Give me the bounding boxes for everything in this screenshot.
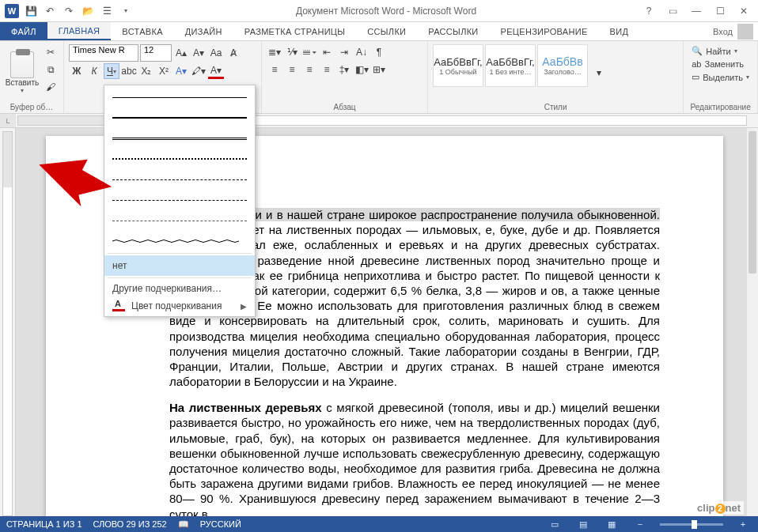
tab-mailings[interactable]: РАССЫЛКИ xyxy=(417,22,489,40)
chevron-right-icon: ▶ xyxy=(241,302,247,311)
numbering-icon[interactable]: ⅟▾ xyxy=(284,44,300,60)
underline-style-dot-dot-dash[interactable] xyxy=(104,210,255,231)
format-painter-icon[interactable]: 🖌 xyxy=(43,79,59,95)
decrease-indent-icon[interactable]: ⇤ xyxy=(319,44,335,60)
login-label[interactable]: Вход xyxy=(713,27,733,36)
bold-icon[interactable]: Ж xyxy=(69,63,85,79)
underline-more[interactable]: Другие подчеркивания… xyxy=(104,280,255,297)
close-icon[interactable]: ✕ xyxy=(733,2,755,20)
underline-style-wave[interactable] xyxy=(104,231,255,251)
borders-icon[interactable]: ⊞▾ xyxy=(371,62,387,77)
maximize-icon[interactable]: ☐ xyxy=(709,2,731,20)
vertical-scrollbar[interactable] xyxy=(747,128,758,516)
paragraph-2[interactable]: На лиственных деревьях с мягкой древесин… xyxy=(169,400,660,516)
watermark: clip2net xyxy=(694,501,744,515)
qat-customize-icon[interactable]: ▾ xyxy=(117,2,135,20)
status-page[interactable]: СТРАНИЦА 1 ИЗ 1 xyxy=(6,519,82,529)
find-button[interactable]: 🔍Найти▾ xyxy=(688,44,752,58)
group-editing: 🔍Найти▾ abЗаменить ▭Выделить▾ Редактиров… xyxy=(684,41,758,113)
underline-style-dot-dash[interactable] xyxy=(104,190,255,210)
underline-dropdown: нет Другие подчеркивания… Цвет подчеркив… xyxy=(104,85,256,317)
tab-view[interactable]: ВИД xyxy=(599,22,640,40)
subscript-icon[interactable]: X₂ xyxy=(138,63,154,79)
underline-none[interactable]: нет xyxy=(104,255,255,276)
window-title: Документ Microsoft Word - Microsoft Word xyxy=(135,6,638,17)
tab-layout[interactable]: РАЗМЕТКА СТРАНИЦЫ xyxy=(233,22,357,40)
sort-icon[interactable]: A↓ xyxy=(354,44,370,60)
tab-home[interactable]: ГЛАВНАЯ xyxy=(47,22,112,40)
replace-button[interactable]: abЗаменить xyxy=(688,58,752,70)
open-icon[interactable]: 📂 xyxy=(79,2,97,20)
group-paragraph-label: Абзац xyxy=(267,101,423,111)
touch-mode-icon[interactable]: ☰ xyxy=(98,2,116,20)
tab-insert[interactable]: ВСТАВКА xyxy=(111,22,173,40)
style-heading1[interactable]: АаБбВв Заголово… xyxy=(537,44,588,87)
font-size-select[interactable]: 12 xyxy=(140,44,172,62)
group-editing-label: Редактирование xyxy=(688,101,752,111)
font-family-select[interactable]: Times New R xyxy=(69,44,138,62)
change-case-icon[interactable]: Aa xyxy=(208,45,224,61)
underline-color[interactable]: Цвет подчеркивания ▶ xyxy=(104,297,255,315)
help-icon[interactable]: ? xyxy=(638,2,660,20)
tab-selector-icon[interactable]: L xyxy=(0,114,16,127)
ribbon-display-icon[interactable]: ▭ xyxy=(661,2,684,20)
multilevel-icon[interactable]: ⩸▾ xyxy=(301,44,317,60)
paste-button[interactable]: Вставить ▾ xyxy=(5,44,40,101)
status-words[interactable]: СЛОВО 29 ИЗ 252 xyxy=(93,519,167,529)
save-icon[interactable]: 💾 xyxy=(22,2,40,20)
highlight-icon[interactable]: 🖍▾ xyxy=(191,63,207,79)
avatar-icon[interactable] xyxy=(737,24,753,40)
underline-style-double[interactable] xyxy=(104,128,255,149)
underline-style-dotted[interactable] xyxy=(104,149,255,169)
line-spacing-icon[interactable]: ‡▾ xyxy=(336,62,352,77)
style-normal[interactable]: АаБбВвГг, 1 Обычный xyxy=(433,44,483,87)
tab-file[interactable]: ФАЙЛ xyxy=(0,22,47,40)
text-effects-icon[interactable]: A▾ xyxy=(173,63,189,79)
select-button[interactable]: ▭Выделить▾ xyxy=(688,70,752,84)
status-language[interactable]: РУССКИЙ xyxy=(200,519,241,529)
bullets-icon[interactable]: ≣▾ xyxy=(267,44,282,60)
tab-references[interactable]: ССЫЛКИ xyxy=(356,22,417,40)
view-web-icon[interactable]: ▦ xyxy=(603,518,620,530)
view-read-icon[interactable]: ▭ xyxy=(546,518,563,530)
strikethrough-icon[interactable]: abc xyxy=(121,63,137,79)
font-color-icon[interactable]: A▾ xyxy=(208,63,224,79)
underline-style-dashed[interactable] xyxy=(104,169,255,190)
align-left-icon[interactable]: ≡ xyxy=(267,62,282,77)
clear-format-icon[interactable]: A̷ xyxy=(226,45,241,61)
undo-icon[interactable]: ↶ xyxy=(41,2,59,20)
group-clipboard: Вставить ▾ ✂ ⧉ 🖌 Буфер об… xyxy=(0,41,64,113)
replace-icon: ab xyxy=(692,59,701,69)
superscript-icon[interactable]: X² xyxy=(156,63,172,79)
quick-access-toolbar: W 💾 ↶ ↷ 📂 ☰ ▾ xyxy=(0,2,135,20)
view-print-icon[interactable]: ▤ xyxy=(574,518,592,530)
zoom-slider[interactable] xyxy=(660,523,723,526)
styles-gallery[interactable]: АаБбВвГг, 1 Обычный АаБбВвГг, 1 Без инте… xyxy=(433,44,588,101)
show-marks-icon[interactable]: ¶ xyxy=(371,44,387,60)
grow-font-icon[interactable]: A▴ xyxy=(173,45,189,61)
scrollbar-thumb[interactable] xyxy=(749,131,756,274)
cut-icon[interactable]: ✂ xyxy=(43,44,59,60)
status-proofing-icon[interactable]: 📖 xyxy=(178,519,189,530)
word-app-icon[interactable]: W xyxy=(3,2,21,20)
zoom-in-icon[interactable]: + xyxy=(734,518,752,530)
shrink-font-icon[interactable]: A▾ xyxy=(191,45,207,61)
copy-icon[interactable]: ⧉ xyxy=(43,62,59,77)
zoom-out-icon[interactable]: − xyxy=(631,518,649,530)
style-no-spacing[interactable]: АаБбВвГг, 1 Без инте… xyxy=(485,44,536,87)
underline-style-thick[interactable] xyxy=(104,108,255,128)
align-right-icon[interactable]: ≡ xyxy=(301,62,317,77)
align-center-icon[interactable]: ≡ xyxy=(284,62,300,77)
underline-icon[interactable]: Ч ▾ xyxy=(104,63,119,79)
increase-indent-icon[interactable]: ⇥ xyxy=(336,44,352,60)
styles-more-icon[interactable]: ▾ xyxy=(591,65,607,81)
ruler-vertical[interactable] xyxy=(0,128,16,516)
minimize-icon[interactable]: — xyxy=(685,2,707,20)
tab-design[interactable]: ДИЗАЙН xyxy=(174,22,233,40)
underline-style-single[interactable] xyxy=(104,87,255,108)
italic-icon[interactable]: К xyxy=(86,63,102,79)
justify-icon[interactable]: ≡ xyxy=(319,62,335,77)
shading-icon[interactable]: ◧▾ xyxy=(354,62,370,77)
tab-review[interactable]: РЕЦЕНЗИРОВАНИЕ xyxy=(490,22,599,40)
redo-icon[interactable]: ↷ xyxy=(60,2,78,20)
